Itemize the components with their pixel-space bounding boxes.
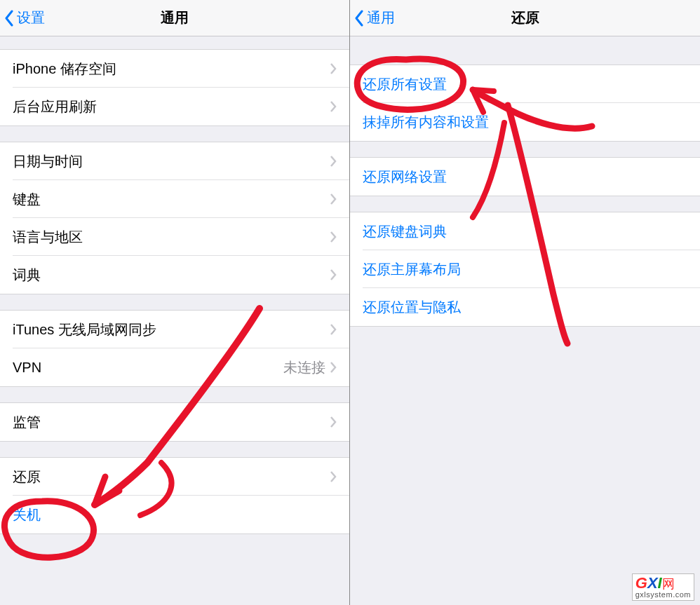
group-reset-network: 还原网络设置	[350, 157, 700, 196]
cell-detail: 未连接	[283, 358, 325, 377]
cell-label: VPN	[13, 360, 41, 376]
back-label: 通用	[367, 8, 395, 27]
page-title: 还原	[350, 8, 700, 27]
group-storage: iPhone 储存空间 后台应用刷新	[0, 49, 349, 126]
cell-vpn[interactable]: VPN 未连接	[0, 348, 349, 386]
chevron-right-icon	[330, 63, 337, 74]
watermark-x: X	[647, 574, 658, 592]
cell-reset-keyboard-dict[interactable]: 还原键盘词典	[350, 212, 700, 250]
watermark-cn: 网	[662, 577, 675, 591]
cell-label: 关机	[13, 505, 41, 524]
cell-itunes-wifi-sync[interactable]: iTunes 无线局域网同步	[0, 311, 349, 348]
cell-reset-location-privacy[interactable]: 还原位置与隐私	[350, 288, 700, 326]
page-title: 通用	[0, 8, 349, 27]
chevron-left-icon	[354, 10, 364, 27]
cell-label: 抹掉所有内容和设置	[363, 113, 489, 132]
nav-bar: 设置 通用	[0, 0, 349, 36]
chevron-right-icon	[330, 471, 337, 482]
group-supervision: 监管	[0, 402, 349, 442]
nav-bar: 通用 还原	[350, 0, 700, 36]
cell-label: 语言与地区	[13, 228, 83, 247]
group-reset-other: 还原键盘词典 还原主屏幕布局 还原位置与隐私	[350, 212, 700, 327]
chevron-left-icon	[4, 10, 14, 27]
chevron-right-icon	[330, 156, 337, 167]
cell-label: 还原位置与隐私	[363, 298, 461, 317]
cell-language-region[interactable]: 语言与地区	[0, 218, 349, 256]
right-panel: 通用 还原 还原所有设置 抹掉所有内容和设置 还原网络设置 还原键盘词典 还原主…	[350, 0, 700, 605]
cell-label: 键盘	[13, 190, 41, 209]
cell-background-refresh[interactable]: 后台应用刷新	[0, 88, 349, 125]
cell-label: iTunes 无线局域网同步	[13, 320, 156, 339]
cell-supervision[interactable]: 监管	[0, 403, 349, 441]
chevron-right-icon	[330, 416, 337, 428]
chevron-right-icon	[330, 193, 337, 205]
back-button[interactable]: 设置	[0, 8, 45, 27]
cell-label: 还原网络设置	[363, 168, 447, 186]
cell-shutdown[interactable]: 关机	[0, 496, 349, 533]
cell-label: 日期与时间	[13, 152, 83, 171]
back-button[interactable]: 通用	[350, 8, 395, 27]
group-datetime: 日期与时间 键盘 语言与地区 词典	[0, 142, 349, 294]
left-panel: 设置 通用 iPhone 储存空间 后台应用刷新 日期与时间 键盘 语言与地区	[0, 0, 350, 605]
cell-label: 还原	[13, 468, 41, 487]
watermark-sub: gxlsystem.com	[635, 591, 691, 599]
cell-label: 词典	[13, 266, 41, 285]
cell-erase-all[interactable]: 抹掉所有内容和设置	[350, 103, 700, 141]
chevron-right-icon	[330, 231, 337, 243]
cell-label: 监管	[13, 413, 41, 432]
chevron-right-icon	[330, 324, 337, 335]
cell-iphone-storage[interactable]: iPhone 储存空间	[0, 50, 349, 88]
group-reset: 还原 关机	[0, 457, 349, 534]
chevron-right-icon	[330, 101, 337, 112]
cell-dictionary[interactable]: 词典	[0, 256, 349, 294]
cell-reset-all-settings[interactable]: 还原所有设置	[350, 65, 700, 103]
chevron-right-icon	[330, 362, 337, 373]
cell-label: 还原主屏幕布局	[363, 260, 461, 279]
cell-label: iPhone 储存空间	[13, 60, 116, 79]
back-label: 设置	[17, 8, 45, 27]
cell-reset-network[interactable]: 还原网络设置	[350, 158, 700, 196]
cell-reset[interactable]: 还原	[0, 458, 349, 496]
group-itunes: iTunes 无线局域网同步 VPN 未连接	[0, 310, 349, 387]
group-reset-main: 还原所有设置 抹掉所有内容和设置	[350, 64, 700, 142]
chevron-right-icon	[330, 269, 337, 280]
watermark-g: G	[635, 574, 647, 592]
cell-label: 还原键盘词典	[363, 222, 447, 241]
watermark: GXI网 gxlsystem.com	[632, 573, 694, 601]
cell-reset-home-layout[interactable]: 还原主屏幕布局	[350, 250, 700, 288]
cell-date-time[interactable]: 日期与时间	[0, 142, 349, 180]
cell-label: 后台应用刷新	[13, 97, 97, 116]
cell-keyboard[interactable]: 键盘	[0, 180, 349, 218]
cell-label: 还原所有设置	[363, 75, 447, 94]
